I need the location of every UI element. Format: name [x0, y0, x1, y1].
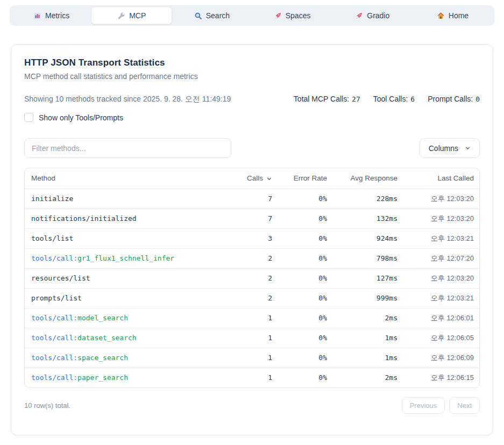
house-icon	[437, 12, 445, 20]
cell-calls: 1	[232, 348, 278, 368]
cell-calls: 1	[232, 328, 278, 348]
call-stats: Total MCP Calls:27Tool Calls:6Prompt Cal…	[294, 95, 480, 103]
stat-label: Prompt Calls:	[428, 95, 473, 103]
pagination: Previous Next	[402, 397, 480, 414]
nav-tab-gradio[interactable]: Gradio	[332, 7, 413, 24]
filter-methods-input[interactable]	[24, 138, 231, 158]
method-name: paper_search	[77, 374, 128, 382]
cell-calls: 3	[232, 228, 278, 248]
chevron-down-icon	[465, 145, 471, 151]
cell-error-rate: 0%	[278, 328, 332, 348]
table-header: MethodCallsError RateAvg ResponseLast Ca…	[25, 168, 479, 189]
stat-value: 6	[410, 95, 415, 103]
page-subtitle: MCP method call statistics and performan…	[24, 72, 480, 81]
table-row: initialize70%228ms오후 12:03:20	[25, 189, 479, 209]
column-header-error-rate: Error Rate	[278, 168, 332, 189]
cell-last-called: 오후 12:03:20	[403, 189, 479, 209]
method-name: resources/list	[31, 274, 90, 282]
columns-dropdown-button[interactable]: Columns	[420, 138, 480, 158]
cell-error-rate: 0%	[278, 209, 332, 228]
stats-row: Showing 10 methods tracked since 2025. 9…	[24, 95, 480, 104]
cell-method: notifications/initialized	[25, 209, 232, 228]
cell-calls: 2	[232, 268, 278, 288]
next-page-button[interactable]: Next	[449, 397, 480, 414]
column-header-label: Method	[31, 174, 55, 182]
stat-value: 0	[475, 95, 480, 103]
stat-value: 27	[352, 95, 360, 103]
cell-error-rate: 0%	[278, 268, 332, 288]
nav-tab-metrics[interactable]: Metrics	[11, 7, 91, 24]
cell-avg-response: 1ms	[332, 348, 403, 368]
table-row: tools/list30%924ms오후 12:03:21	[25, 228, 479, 248]
nav-tab-label: Spaces	[286, 11, 311, 20]
method-name: prompts/list	[31, 294, 82, 302]
nav-tab-spaces[interactable]: Spaces	[252, 7, 332, 24]
cell-method: prompts/list	[25, 288, 232, 308]
cell-error-rate: 0%	[278, 348, 332, 368]
table-row: tools/call:gr1_flux1_schnell_infer20%798…	[25, 248, 479, 268]
method-prefix: tools/call:	[31, 314, 77, 322]
nav-tab-label: Search	[206, 11, 230, 20]
table-body: initialize70%228ms오후 12:03:20notificatio…	[25, 189, 479, 387]
methods-table: MethodCallsError RateAvg ResponseLast Ca…	[25, 168, 479, 387]
show-only-tools-prompts-checkbox[interactable]	[24, 113, 33, 122]
cell-avg-response: 999ms	[332, 288, 403, 308]
bar-chart-icon	[33, 12, 41, 20]
method-name: dataset_search	[77, 334, 137, 342]
cell-last-called: 오후 12:06:15	[403, 368, 479, 387]
nav-tab-search[interactable]: Search	[172, 7, 252, 24]
method-name: tools/list	[31, 234, 73, 242]
cell-method: tools/call:paper_search	[25, 368, 232, 387]
cell-error-rate: 0%	[278, 228, 332, 248]
cell-avg-response: 798ms	[332, 248, 403, 268]
cell-error-rate: 0%	[278, 189, 332, 209]
cell-last-called: 오후 12:07:20	[403, 248, 479, 268]
cell-method: tools/list	[25, 228, 232, 248]
method-prefix: tools/call:	[31, 354, 77, 362]
cell-error-rate: 0%	[278, 308, 332, 328]
method-name: gr1_flux1_schnell_infer	[77, 254, 174, 262]
column-header-last-called: Last Called	[403, 168, 479, 189]
nav-tab-label: Metrics	[45, 11, 69, 20]
cell-method: tools/call:gr1_flux1_schnell_infer	[25, 248, 232, 268]
cell-calls: 1	[232, 368, 278, 387]
method-name: model_search	[77, 314, 128, 322]
cell-calls: 2	[232, 288, 278, 308]
table-row: prompts/list20%999ms오후 12:03:21	[25, 288, 479, 308]
nav-tab-mcp[interactable]: MCP	[91, 7, 172, 24]
rocket-icon	[355, 12, 363, 20]
sort-chevron-down-icon	[266, 176, 272, 182]
top-nav-bar: MetricsMCPSearchSpacesGradioHome	[10, 5, 494, 26]
cell-last-called: 오후 12:03:20	[403, 209, 479, 228]
method-prefix: tools/call:	[31, 374, 77, 382]
column-header-label: Calls	[247, 174, 263, 182]
cell-last-called: 오후 12:03:21	[403, 288, 479, 308]
columns-button-label: Columns	[429, 144, 458, 153]
table-row: resources/list20%127ms오후 12:03:20	[25, 268, 479, 288]
tracking-summary: Showing 10 methods tracked since 2025. 9…	[24, 95, 231, 104]
cell-calls: 7	[232, 209, 278, 228]
cell-method: resources/list	[25, 268, 232, 288]
method-prefix: tools/call:	[31, 334, 77, 342]
cell-last-called: 오후 12:03:21	[403, 228, 479, 248]
wrench-icon	[117, 12, 125, 20]
method-name: initialize	[31, 195, 73, 203]
cell-method: initialize	[25, 189, 232, 209]
stat-item: Tool Calls:6	[373, 95, 415, 103]
column-header-calls[interactable]: Calls	[232, 168, 278, 189]
stat-label: Total MCP Calls:	[294, 95, 349, 103]
table-row: tools/call:model_search10%2ms오후 12:06:01	[25, 308, 479, 328]
nav-tab-label: MCP	[129, 11, 146, 20]
cell-method: tools/call:dataset_search	[25, 328, 232, 348]
previous-page-button[interactable]: Previous	[402, 397, 445, 414]
method-prefix: tools/call:	[31, 254, 77, 262]
column-header-label: Last Called	[437, 174, 474, 182]
nav-tab-home[interactable]: Home	[413, 7, 493, 24]
cell-last-called: 오후 12:06:05	[403, 328, 479, 348]
cell-avg-response: 228ms	[332, 189, 403, 209]
cell-error-rate: 0%	[278, 288, 332, 308]
rows-total-label: 10 row(s) total.	[24, 401, 70, 410]
cell-error-rate: 0%	[278, 248, 332, 268]
table-footer: 10 row(s) total. Previous Next	[24, 397, 480, 414]
filter-checkbox-row: Show only Tools/Prompts	[24, 113, 480, 122]
